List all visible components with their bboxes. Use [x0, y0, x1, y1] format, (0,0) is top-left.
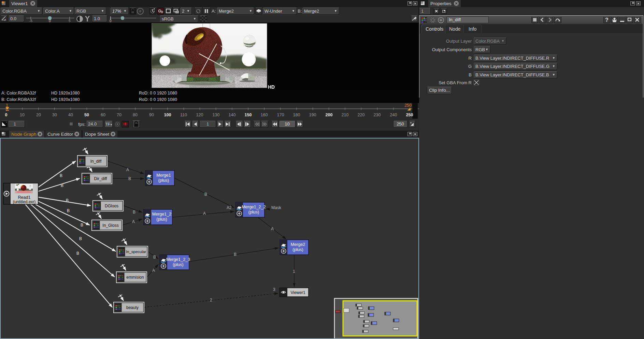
svg-text:A2: A2 [227, 205, 232, 210]
svg-text:Mask: Mask [271, 205, 282, 210]
svg-text:emmision: emmision [126, 275, 144, 280]
svg-text:B: B [61, 183, 63, 188]
svg-text:B: B [66, 198, 69, 203]
svg-text:A: A [271, 226, 274, 231]
svg-text:Merge1_2_3: Merge1_2_3 [166, 257, 190, 262]
svg-text:2: 2 [210, 298, 212, 303]
svg-text:B: B [204, 192, 207, 197]
svg-text:In_diff: In_diff [90, 159, 102, 164]
svg-text:B: B [76, 251, 79, 256]
svg-text:1: 1 [6, 103, 8, 108]
svg-text:B: B [234, 252, 237, 257]
svg-text:(plus): (plus) [173, 262, 183, 267]
svg-text:Merge1_2: Merge1_2 [152, 212, 171, 217]
svg-text:beauty: beauty [126, 305, 139, 310]
svg-text:Dir_diff: Dir_diff [94, 176, 107, 181]
svg-text:A: A [152, 268, 155, 273]
svg-text:In_specular: In_specular [126, 250, 146, 254]
svg-text:(plus): (plus) [158, 178, 169, 183]
svg-text:DGloos: DGloos [105, 204, 118, 208]
svg-text:5: 5 [69, 19, 71, 23]
svg-text:B: B [153, 255, 156, 260]
svg-text:(plus): (plus) [248, 210, 259, 215]
svg-text:B: B [133, 210, 135, 215]
svg-text:1: 1 [293, 269, 295, 274]
svg-text:In_Gloss: In_Gloss [102, 223, 118, 228]
svg-text:B: B [60, 173, 62, 178]
svg-text:(plus): (plus) [292, 247, 303, 252]
svg-text:(untitled.exr): (untitled.exr) [13, 200, 36, 204]
svg-text:A: A [126, 167, 129, 172]
svg-text:(plus): (plus) [156, 217, 167, 222]
svg-text:Merge1_2_2: Merge1_2_2 [242, 205, 266, 209]
svg-text:B: B [67, 208, 70, 213]
svg-text:Merge2: Merge2 [291, 242, 305, 247]
svg-text:B: B [79, 236, 82, 241]
svg-text:250: 250 [404, 103, 412, 108]
svg-text:3: 3 [273, 287, 275, 292]
svg-text:0: 0 [49, 19, 51, 23]
svg-text:B: B [128, 176, 131, 181]
svg-text:Merge1: Merge1 [156, 173, 171, 178]
svg-text:-5: -5 [29, 19, 32, 23]
svg-text:Viewer1: Viewer1 [290, 290, 305, 295]
svg-text:B: B [81, 223, 83, 227]
svg-text:A: A [203, 211, 206, 216]
svg-text:0: 0 [110, 19, 112, 23]
svg-text:A: A [132, 219, 135, 224]
svg-text:Read1: Read1 [18, 195, 31, 200]
